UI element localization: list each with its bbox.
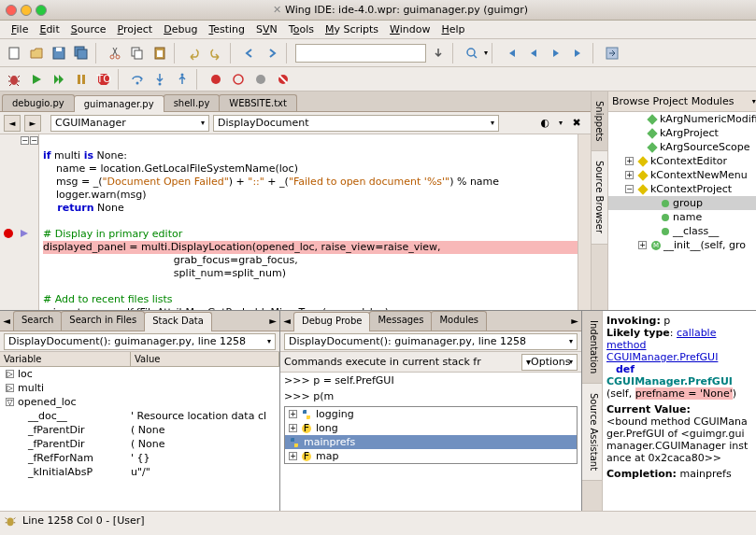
- menu-source[interactable]: Source: [65, 21, 112, 37]
- tree-item[interactable]: name: [608, 210, 756, 224]
- variable-row[interactable]: _kInitialAbsPu"/": [0, 465, 279, 479]
- vtab-snippets[interactable]: Snippets: [592, 92, 607, 151]
- breakpoint-disable-icon[interactable]: [250, 69, 271, 90]
- tree-item[interactable]: kArgSourceScope: [608, 140, 756, 154]
- tab-website[interactable]: WEBSITE.txt: [219, 94, 297, 111]
- vtab-indentation[interactable]: Indentation: [582, 311, 602, 384]
- panel-nav-left[interactable]: ◄: [0, 311, 13, 331]
- undo-icon[interactable]: [183, 43, 204, 63]
- variable-row[interactable]: ▷multi: [0, 381, 279, 395]
- menu-myscripts[interactable]: My Scripts: [320, 21, 384, 37]
- nav-fwd-button[interactable]: ►: [24, 115, 41, 132]
- paste-icon[interactable]: [150, 43, 170, 63]
- editor-scrollbar[interactable]: [578, 134, 591, 310]
- maximize-window-button[interactable]: [36, 5, 47, 16]
- menu-testing[interactable]: Testing: [203, 21, 250, 37]
- tab-search-files[interactable]: Search in Files: [61, 311, 145, 331]
- breakpoint-toggle-icon[interactable]: [228, 69, 249, 90]
- variable-table[interactable]: VariableValue ▷loc▷multi▽opened_loc__doc…: [0, 352, 279, 511]
- tree-item[interactable]: −kContextProject: [608, 182, 756, 196]
- tree-item[interactable]: +M__init__(self, gro: [608, 238, 756, 252]
- debug-restart-icon[interactable]: [49, 69, 69, 90]
- cut-icon[interactable]: [105, 43, 125, 63]
- back-icon[interactable]: [239, 43, 260, 63]
- open-file-icon[interactable]: [26, 43, 47, 63]
- tab-stack-data[interactable]: Stack Data: [144, 312, 212, 331]
- tab-modules[interactable]: Modules: [431, 311, 487, 331]
- menu-file[interactable]: File: [6, 21, 34, 37]
- code-editor[interactable]: − − if multi is None: name = location.Ge…: [0, 134, 591, 310]
- menu-edit[interactable]: Edit: [34, 21, 64, 37]
- new-file-icon[interactable]: [4, 43, 24, 63]
- tab-debugio[interactable]: debugio.py: [2, 94, 75, 111]
- copy-icon[interactable]: [127, 43, 148, 63]
- probe-options[interactable]: ▾ Options: [521, 354, 578, 371]
- variable-row[interactable]: __doc__' Resource location data cl: [0, 409, 279, 423]
- debug-probe[interactable]: >>> p = self.PrefGUI >>> p(m +logging+Fl…: [280, 373, 581, 511]
- close-window-button[interactable]: [6, 5, 17, 16]
- probe-nav-right[interactable]: ►: [568, 311, 581, 331]
- vtab-source-assistant[interactable]: Source Assistant: [582, 384, 602, 481]
- tree-item[interactable]: +kContextEditor: [608, 154, 756, 168]
- goto-def-icon[interactable]: [602, 43, 622, 63]
- menu-svn[interactable]: SVN: [250, 21, 283, 37]
- debug-run-icon[interactable]: [26, 69, 47, 90]
- tree-item[interactable]: kArgProject: [608, 126, 756, 140]
- browser-header[interactable]: Browse Project Modules▾: [608, 92, 756, 112]
- tab-search[interactable]: Search: [13, 311, 62, 331]
- completion-item[interactable]: +Flong: [285, 421, 577, 435]
- tab-shell[interactable]: shell.py: [164, 94, 221, 111]
- menu-debug[interactable]: Debug: [158, 21, 203, 37]
- debug-bug-icon[interactable]: [4, 69, 24, 90]
- find-icon[interactable]: [462, 43, 482, 63]
- tab-guimanager[interactable]: guimanager.py: [74, 95, 164, 112]
- tree-item[interactable]: kArgNumericModifi: [608, 112, 756, 126]
- goto-last-icon[interactable]: [568, 43, 589, 63]
- goto-next-icon[interactable]: [546, 43, 566, 63]
- close-editor-icon[interactable]: ✖: [566, 113, 587, 134]
- redo-icon[interactable]: [206, 43, 226, 63]
- step-into-icon[interactable]: [150, 69, 170, 90]
- save-icon[interactable]: [49, 43, 69, 63]
- variable-row[interactable]: _fParentDir( None: [0, 437, 279, 451]
- readonly-icon[interactable]: ◐: [535, 113, 555, 134]
- panel-nav-right[interactable]: ►: [266, 311, 279, 331]
- tab-debug-probe[interactable]: Debug Probe: [293, 312, 370, 331]
- stack-frame-selector[interactable]: DisplayDocument(): guimanager.py, line 1…: [4, 333, 276, 350]
- breakpoint-add-icon[interactable]: [206, 69, 226, 90]
- debug-stop-icon[interactable]: STOP: [93, 69, 114, 90]
- probe-frame-selector[interactable]: DisplayDocument(): guimanager.py, line 1…: [284, 333, 578, 350]
- tree-item[interactable]: +kContextNewMenu: [608, 168, 756, 182]
- variable-row[interactable]: ▽opened_loc: [0, 395, 279, 409]
- completion-item[interactable]: +logging: [285, 407, 577, 421]
- minimize-window-button[interactable]: [21, 5, 32, 16]
- debug-pause-icon[interactable]: [71, 69, 92, 90]
- menu-tools[interactable]: Tools: [283, 21, 320, 37]
- step-over-icon[interactable]: [127, 69, 148, 90]
- goto-prev-icon[interactable]: [523, 43, 544, 63]
- browser-tree[interactable]: kArgNumericModifikArgProjectkArgSourceSc…: [608, 112, 756, 310]
- nav-back-button[interactable]: ◄: [4, 115, 21, 132]
- variable-row[interactable]: _fRefForNam' {}: [0, 451, 279, 465]
- completion-item[interactable]: +Fmap: [285, 449, 577, 463]
- step-out-icon[interactable]: [172, 69, 193, 90]
- goto-first-icon[interactable]: [501, 43, 521, 63]
- probe-nav-left[interactable]: ◄: [280, 311, 293, 331]
- class-selector[interactable]: CGUIManager: [50, 115, 209, 132]
- variable-row[interactable]: _fParentDir( None: [0, 423, 279, 437]
- tab-messages[interactable]: Messages: [369, 311, 432, 331]
- completion-popup[interactable]: +logging+Flongmainprefs+Fmap: [284, 406, 578, 464]
- variable-row[interactable]: ▷loc: [0, 367, 279, 381]
- search-next-icon[interactable]: [428, 43, 449, 63]
- save-all-icon[interactable]: [71, 43, 92, 63]
- tree-item[interactable]: __class__: [608, 224, 756, 238]
- menu-project[interactable]: Project: [112, 21, 159, 37]
- menu-window[interactable]: Window: [384, 21, 435, 37]
- vtab-source-browser[interactable]: Source Browser: [592, 151, 607, 244]
- method-selector[interactable]: DisplayDocument: [213, 115, 499, 132]
- search-input[interactable]: [295, 44, 426, 63]
- forward-icon[interactable]: [262, 43, 282, 63]
- menu-help[interactable]: Help: [436, 21, 471, 37]
- breakpoint-ignore-icon[interactable]: [273, 69, 293, 90]
- completion-item[interactable]: mainprefs: [285, 435, 577, 449]
